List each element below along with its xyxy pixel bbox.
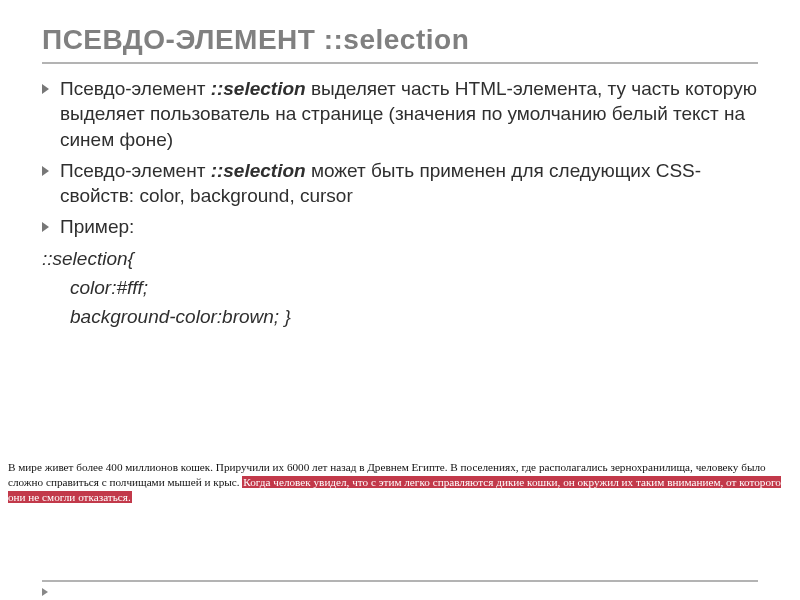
bullet-2: Псевдо-элемент ::selection может быть пр… xyxy=(42,158,758,209)
bullet-3-text: Пример: xyxy=(60,216,134,237)
code-line-1: ::selection{ xyxy=(42,246,758,271)
bullet-1: Псевдо-элемент ::selection выделяет част… xyxy=(42,76,758,152)
bullet-2-selector: ::selection xyxy=(211,160,306,181)
title-text: ПСЕВДО-ЭЛЕМЕНТ xyxy=(42,24,324,55)
code-line-3: background-color:brown; } xyxy=(42,304,758,329)
footer-divider xyxy=(42,580,758,582)
slide-title: ПСЕВДО-ЭЛЕМЕНТ ::selection xyxy=(42,24,758,64)
footer-arrow-icon xyxy=(42,588,48,596)
bullet-1-text-a: Псевдо-элемент xyxy=(60,78,211,99)
code-line-2: color:#fff; xyxy=(42,275,758,300)
title-selector: ::selection xyxy=(324,24,470,55)
bullet-3: Пример: xyxy=(42,214,758,239)
slide: ПСЕВДО-ЭЛЕМЕНТ ::selection Псевдо-элемен… xyxy=(0,0,800,329)
bullet-1-selector: ::selection xyxy=(211,78,306,99)
bullet-2-text-a: Псевдо-элемент xyxy=(60,160,211,181)
example-paragraph: В мире живет более 400 миллионов кошек. … xyxy=(0,460,800,505)
body-text: Псевдо-элемент ::selection выделяет част… xyxy=(42,76,758,329)
